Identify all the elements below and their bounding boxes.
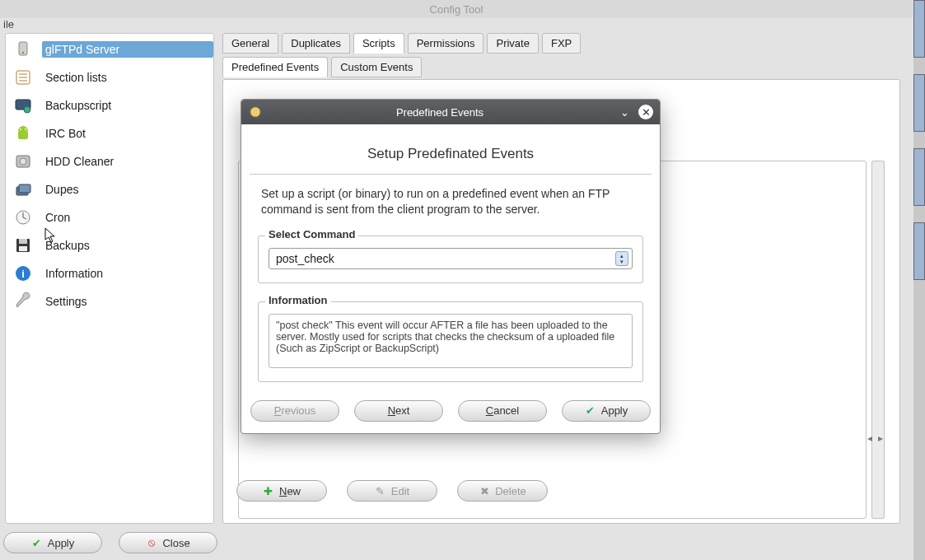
information-text: "post check" This event will occur AFTER… (269, 314, 633, 368)
information-fieldset: Information "post check" This event will… (258, 301, 643, 382)
divider (250, 174, 652, 175)
dialog-description: Set up a script (or binary) to run on a … (250, 186, 652, 217)
chevron-down-icon[interactable]: ⌄ (617, 105, 632, 119)
app-icon (248, 105, 263, 119)
dialog-button-row: Previous Next Cancel ✔Apply (250, 400, 652, 422)
next-button[interactable]: Next (354, 400, 443, 422)
dialog-apply-button[interactable]: ✔Apply (562, 400, 651, 422)
close-icon[interactable]: ✕ (638, 105, 653, 119)
select-command-combobox[interactable]: post_check ▴▾ (269, 248, 633, 269)
dialog-body: Setup Predefinated Events Set up a scrip… (241, 124, 660, 433)
select-command-legend: Select Command (265, 228, 358, 240)
predefined-events-dialog: Predefined Events ⌄ ✕ Setup Predefinated… (241, 99, 661, 434)
tab-predefined-events[interactable]: Predefined Events (222, 57, 328, 77)
dialog-title: Predefined Events (263, 106, 617, 119)
select-command-value: post_check (276, 252, 334, 265)
combobox-arrows-icon[interactable]: ▴▾ (615, 251, 628, 266)
information-legend: Information (265, 294, 331, 306)
cancel-button[interactable]: Cancel (458, 400, 547, 422)
check-icon: ✔ (585, 405, 596, 417)
dialog-titlebar[interactable]: Predefined Events ⌄ ✕ (241, 100, 660, 124)
dialog-heading: Setup Predefinated Events (250, 146, 652, 162)
svg-point-23 (250, 107, 260, 117)
select-command-fieldset: Select Command post_check ▴▾ (258, 236, 643, 283)
previous-button[interactable]: Previous (250, 400, 339, 422)
tab-scripts[interactable]: Scripts (353, 33, 404, 54)
